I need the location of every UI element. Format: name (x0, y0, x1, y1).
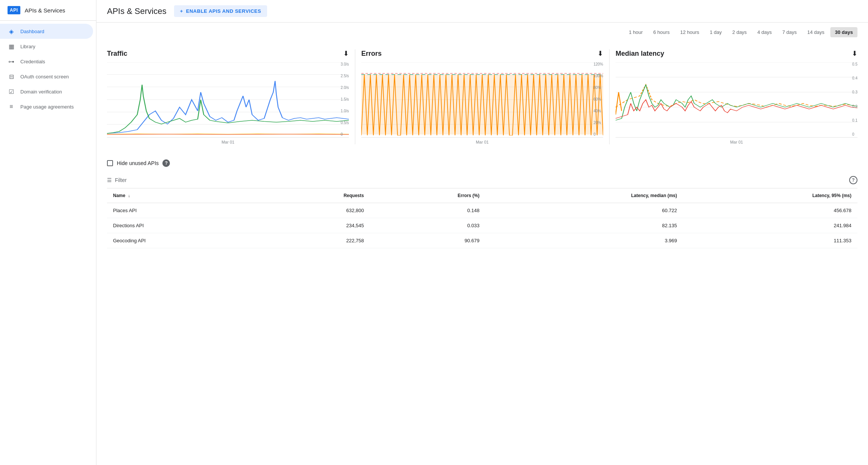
errors-download-icon[interactable]: ⬇ (598, 49, 603, 58)
table-header-row: Name ↓ Requests Errors (%) Latency, medi… (107, 188, 857, 203)
nav-icon-oauth: ⊟ (8, 73, 15, 80)
nav-label-oauth: OAuth consent screen (20, 74, 69, 80)
cell-requests: 632,800 (260, 203, 370, 218)
col-latency-median[interactable]: Latency, median (ms) (486, 188, 683, 203)
cell-latency-95: 456.678 (683, 203, 857, 218)
sidebar-logo: API APIs & Services (0, 0, 96, 21)
sidebar-item-page-usage[interactable]: ≡ Page usage agreements (0, 99, 93, 114)
latency-chart-title: Median latency (616, 50, 664, 58)
table-body: Places API 632,800 0.148 60.722 456.678 … (107, 203, 857, 248)
nav-label-page-usage: Page usage agreements (20, 104, 74, 110)
cell-name: Directions API (107, 218, 260, 233)
hide-unused-checkbox[interactable] (107, 160, 113, 166)
errors-chart-area: 120%100%80%60%40%20%0 (361, 62, 603, 138)
nav-icon-domain: ☑ (8, 88, 15, 95)
charts-section: Traffic ⬇ (96, 42, 868, 152)
sidebar-item-dashboard[interactable]: ◈ Dashboard (0, 24, 93, 39)
enable-apis-button[interactable]: + ENABLE APIS AND SERVICES (174, 5, 267, 17)
col-requests[interactable]: Requests (260, 188, 370, 203)
latency-download-icon[interactable]: ⬇ (852, 49, 857, 58)
time-btn-6h[interactable]: 6 hours (649, 27, 674, 37)
cell-latency-median: 3.969 (486, 233, 683, 248)
cell-name: Places API (107, 203, 260, 218)
time-btn-30d[interactable]: 30 days (830, 27, 857, 37)
time-btn-2d[interactable]: 2 days (728, 27, 751, 37)
api-logo-badge: API (8, 6, 20, 14)
main-content: APIs & Services + ENABLE APIS AND SERVIC… (96, 0, 868, 465)
enable-plus-icon: + (180, 8, 183, 14)
time-range-bar: 1 hour6 hours12 hours1 day2 days4 days7 … (96, 23, 868, 42)
sidebar-item-oauth[interactable]: ⊟ OAuth consent screen (0, 69, 93, 84)
col-name[interactable]: Name ↓ (107, 188, 260, 203)
errors-chart-container: Errors ⬇ (355, 49, 609, 144)
time-btn-4d[interactable]: 4 days (753, 27, 776, 37)
latency-y-axis: 0.50.40.30.20.10 (852, 62, 857, 137)
traffic-chart-area: 3.0/s2.5/s2.0/s1.5/s1.0/s0.5/s0 (107, 62, 349, 138)
cell-errors: 0.148 (370, 203, 486, 218)
sidebar-app-title: APIs & Services (25, 7, 66, 14)
sidebar-item-credentials[interactable]: ⊶ Credentials (0, 54, 93, 69)
cell-latency-95: 111.353 (683, 233, 857, 248)
table-row: Geocoding API 222,758 90.679 3.969 111.3… (107, 233, 857, 248)
cell-latency-95: 241.984 (683, 218, 857, 233)
errors-chart-svg (361, 62, 603, 137)
nav-label-library: Library (20, 44, 35, 49)
latency-chart-svg (616, 62, 857, 137)
traffic-x-label: Mar 01 (107, 140, 349, 144)
traffic-chart-header: Traffic ⬇ (107, 49, 349, 58)
errors-chart-title: Errors (361, 50, 382, 58)
hide-unused-section: Hide unused APIs ? (96, 152, 868, 172)
col-errors[interactable]: Errors (%) (370, 188, 486, 203)
cell-latency-median: 82.135 (486, 218, 683, 233)
time-btn-7d[interactable]: 7 days (778, 27, 801, 37)
table-help-icon[interactable]: ? (849, 176, 857, 184)
nav-label-dashboard: Dashboard (20, 29, 44, 34)
filter-button[interactable]: ☰ Filter (107, 177, 127, 183)
table-section: ☰ Filter ? Name ↓ Requests Errors (%) La… (96, 172, 868, 259)
time-btn-14d[interactable]: 14 days (803, 27, 829, 37)
page-title: APIs & Services (107, 6, 167, 16)
cell-requests: 234,545 (260, 218, 370, 233)
traffic-chart-container: Traffic ⬇ (107, 49, 355, 144)
cell-errors: 90.679 (370, 233, 486, 248)
sidebar-nav: ◈ Dashboard ▦ Library ⊶ Credentials ⊟ OA… (0, 21, 96, 465)
sidebar-item-library[interactable]: ▦ Library (0, 39, 93, 54)
errors-y-axis: 120%100%80%60%40%20%0 (593, 62, 603, 137)
latency-chart-header: Median latency ⬇ (616, 49, 857, 58)
nav-icon-credentials: ⊶ (8, 58, 15, 65)
nav-icon-dashboard: ◈ (8, 28, 15, 35)
filter-label: Filter (115, 177, 127, 183)
cell-name: Geocoding API (107, 233, 260, 248)
nav-label-domain: Domain verification (20, 89, 62, 95)
svg-rect-13 (361, 75, 603, 135)
enable-button-label: ENABLE APIS AND SERVICES (186, 8, 261, 14)
sidebar: API APIs & Services ◈ Dashboard ▦ Librar… (0, 0, 96, 465)
nav-label-credentials: Credentials (20, 59, 45, 64)
time-btn-1d[interactable]: 1 day (705, 27, 726, 37)
table-toolbar: ☰ Filter ? (107, 172, 857, 188)
time-btn-1h[interactable]: 1 hour (624, 27, 647, 37)
main-header: APIs & Services + ENABLE APIS AND SERVIC… (96, 0, 868, 23)
api-table: Name ↓ Requests Errors (%) Latency, medi… (107, 188, 857, 248)
traffic-chart-title: Traffic (107, 50, 127, 58)
table-row: Directions API 234,545 0.033 82.135 241.… (107, 218, 857, 233)
cell-errors: 0.033 (370, 218, 486, 233)
filter-icon: ☰ (107, 177, 112, 183)
hide-unused-label: Hide unused APIs (117, 160, 159, 166)
sort-icon: ↓ (128, 193, 130, 198)
latency-chart-container: Median latency ⬇ (610, 49, 857, 144)
latency-chart-area: 0.50.40.30.20.10 (616, 62, 857, 138)
time-btn-12h[interactable]: 12 hours (675, 27, 704, 37)
traffic-y-axis: 3.0/s2.5/s2.0/s1.5/s1.0/s0.5/s0 (341, 62, 349, 137)
cell-requests: 222,758 (260, 233, 370, 248)
errors-x-label: Mar 01 (361, 140, 603, 144)
nav-icon-page-usage: ≡ (8, 103, 15, 110)
cell-latency-median: 60.722 (486, 203, 683, 218)
sidebar-item-domain[interactable]: ☑ Domain verification (0, 84, 93, 99)
nav-icon-library: ▦ (8, 43, 15, 50)
latency-x-label: Mar 01 (616, 140, 857, 144)
col-latency-95[interactable]: Latency, 95% (ms) (683, 188, 857, 203)
hide-unused-help-icon[interactable]: ? (162, 159, 170, 167)
traffic-download-icon[interactable]: ⬇ (343, 49, 349, 58)
table-row: Places API 632,800 0.148 60.722 456.678 (107, 203, 857, 218)
